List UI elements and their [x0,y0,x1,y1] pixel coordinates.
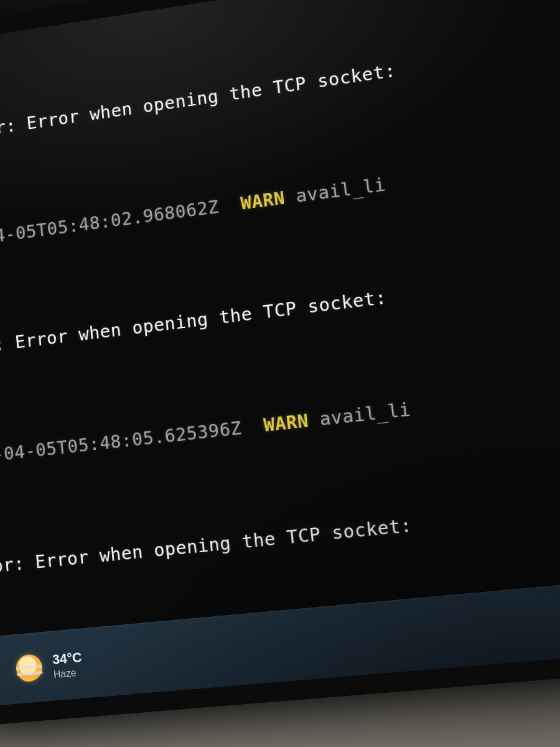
monitor-frame: error: Error when opening the TCP socket… [0,0,560,726]
log-line-warn-2: 24-04-05T05:48:05.625396Z WARN avail_li [0,347,560,471]
weather-condition: Haze [54,667,84,680]
log-line-error-2: ror: Error when opening the TCP socket: [0,229,560,363]
log-line-error-3: ror: Error when opening the TCP socket: [0,466,560,581]
weather-text: 34°C Haze [52,649,83,680]
log-line-warn-1: 24-04-05T05:48:02.968062Z WARN avail_li [0,113,560,255]
weather-icon [15,654,44,684]
weather-temp: 34°C [52,649,83,668]
screen: error: Error when opening the TCP socket… [0,0,560,706]
photo-scene: error: Error when opening the TCP socket… [0,0,560,747]
taskbar-weather-widget[interactable]: 34°C Haze [15,649,84,684]
log-line-error-1: error: Error when opening the TCP socket… [0,0,560,149]
